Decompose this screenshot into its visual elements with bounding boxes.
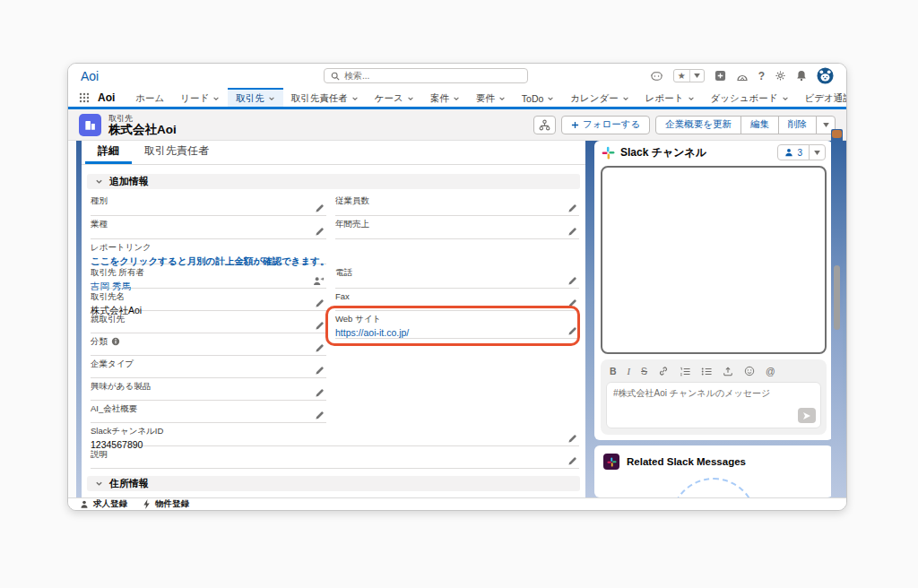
- edit-pencil-icon[interactable]: [567, 326, 577, 336]
- upload-icon[interactable]: [723, 366, 733, 376]
- edit-button[interactable]: 編集: [740, 116, 779, 134]
- person-icon: [784, 148, 793, 157]
- edit-pencil-icon[interactable]: [567, 456, 577, 466]
- edit-pencil-icon[interactable]: [315, 388, 325, 398]
- search-icon: [331, 72, 340, 81]
- hierarchy-button[interactable]: [533, 116, 556, 134]
- members-dropdown-button[interactable]: [809, 144, 826, 160]
- setup-gear-icon[interactable]: [775, 70, 786, 82]
- edit-pencil-icon[interactable]: [567, 276, 577, 286]
- utility-bar: 求人登録 物件登録: [68, 497, 846, 510]
- strikethrough-icon[interactable]: S: [641, 366, 647, 376]
- field-owner: 取引先 所有者 吉岡 秀馬: [91, 264, 326, 289]
- edit-pencil-icon[interactable]: [567, 434, 577, 444]
- app-name: Aoi: [98, 88, 115, 107]
- field-phone: 電話: [335, 264, 579, 289]
- assistant-robot-icon[interactable]: [650, 70, 663, 82]
- chevron-down-icon: [95, 480, 103, 488]
- account-object-icon: [79, 114, 101, 136]
- tab-video-call[interactable]: ビデオ通話: [797, 88, 847, 107]
- section-address-info[interactable]: 住所情報: [87, 476, 580, 491]
- slack-logo-icon: [602, 146, 615, 160]
- edit-pencil-icon[interactable]: [315, 203, 325, 213]
- delete-button[interactable]: 削除: [778, 116, 817, 134]
- utility-job-registration[interactable]: 求人登録: [80, 498, 127, 510]
- utility-property-registration[interactable]: 物件登録: [143, 498, 189, 510]
- tab-calendar[interactable]: カレンダー: [562, 88, 637, 107]
- page-scrollbar-track: [831, 129, 843, 497]
- tab-home[interactable]: ホーム: [127, 88, 172, 107]
- app-window: Aoi ★ ? Aoi ホーム リード 取引先 取引先責任者 ケース 案件 要件…: [67, 63, 847, 511]
- tab-leads[interactable]: リード: [172, 88, 228, 107]
- link-icon[interactable]: [658, 366, 669, 376]
- edit-pencil-icon[interactable]: [315, 411, 325, 420]
- bullet-list-icon[interactable]: [701, 367, 712, 376]
- tab-cases[interactable]: ケース: [367, 88, 422, 107]
- members-button[interactable]: 3: [777, 144, 810, 160]
- field-report-link: レポートリンク ここをクリックすると月別の計上金額が確認できます。: [91, 239, 326, 264]
- nav-bar: Aoi ホーム リード 取引先 取引先責任者 ケース 案件 要件 ToDo カレ…: [68, 88, 846, 109]
- user-avatar[interactable]: [817, 67, 834, 84]
- hierarchy-icon: [539, 119, 550, 131]
- emoji-icon[interactable]: [744, 366, 755, 376]
- field-account-name: 取引先名 株式会社Aoi: [91, 289, 326, 311]
- update-company-summary-button[interactable]: 企業概要を更新: [655, 116, 741, 134]
- edit-pencil-icon[interactable]: [567, 298, 577, 308]
- field-description: 説明: [91, 446, 579, 469]
- global-search[interactable]: [324, 68, 528, 83]
- record-detail-card: 詳細 取引先責任者 追加情報 種別 業種: [82, 141, 585, 497]
- edit-pencil-icon[interactable]: [315, 227, 325, 237]
- field-parent-account: 親取引先: [91, 311, 326, 333]
- change-owner-icon[interactable]: [313, 276, 325, 286]
- slack-message-area[interactable]: [601, 166, 827, 354]
- tab-related-contacts[interactable]: 取引先責任者: [132, 141, 221, 164]
- edit-pencil-icon[interactable]: [567, 203, 577, 213]
- help-icon[interactable]: ?: [758, 70, 765, 82]
- section-additional-info[interactable]: 追加情報: [87, 174, 580, 189]
- send-button[interactable]: [798, 408, 816, 423]
- field-company-type: 企業タイプ: [91, 356, 326, 378]
- object-label: 取引先: [108, 114, 177, 123]
- related-card-header: Related Slack Messages: [594, 445, 833, 470]
- send-icon: [803, 412, 810, 419]
- record-button-group: 企業概要を更新 編集 削除: [655, 116, 836, 134]
- related-slack-messages-card: Related Slack Messages: [594, 445, 833, 497]
- field-category: 分類: [91, 333, 326, 356]
- field-fax: Fax: [335, 289, 579, 311]
- tab-details[interactable]: 詳細: [85, 141, 132, 164]
- edit-pencil-icon[interactable]: [315, 343, 325, 353]
- app-launcher-icon[interactable]: [79, 88, 90, 107]
- slack-column: Slack チャンネル 3 B I S: [594, 141, 833, 440]
- record-name: 株式会社Aoi: [108, 123, 177, 136]
- caret-down-icon: [823, 123, 829, 127]
- slack-composer: B I S @: [601, 359, 827, 435]
- ordered-list-icon[interactable]: [680, 367, 690, 376]
- edit-pencil-icon[interactable]: [315, 321, 325, 331]
- global-actions: ★ ?: [650, 67, 834, 84]
- edit-pencil-icon[interactable]: [315, 298, 325, 308]
- scrollbar-thumb[interactable]: [834, 265, 840, 330]
- edit-pencil-icon[interactable]: [315, 366, 325, 376]
- favorites-button[interactable]: ★: [673, 69, 705, 82]
- website-link[interactable]: https://aoi-it.co.jp/: [335, 327, 425, 338]
- tab-accounts[interactable]: 取引先: [228, 88, 283, 107]
- person-icon: [80, 500, 89, 509]
- tab-todo[interactable]: ToDo: [514, 88, 563, 107]
- notifications-bell-icon[interactable]: [796, 70, 807, 82]
- tab-reports[interactable]: レポート: [637, 88, 703, 107]
- tab-contacts[interactable]: 取引先責任者: [283, 88, 367, 107]
- search-input[interactable]: [344, 71, 521, 81]
- composer-input[interactable]: [613, 387, 814, 423]
- quick-create-plus-icon[interactable]: [714, 70, 726, 82]
- italic-icon[interactable]: I: [628, 367, 631, 376]
- trailhead-icon[interactable]: [736, 71, 749, 82]
- follow-button[interactable]: フォローする: [561, 116, 650, 134]
- tab-dashboards[interactable]: ダッシュボード: [703, 88, 797, 107]
- tab-requirements[interactable]: 要件: [468, 88, 514, 107]
- chevron-down-icon: [694, 74, 700, 78]
- bold-icon[interactable]: B: [610, 366, 617, 376]
- tab-opportunities[interactable]: 案件: [422, 88, 468, 107]
- edit-pencil-icon[interactable]: [567, 227, 577, 237]
- mention-icon[interactable]: @: [766, 366, 775, 376]
- record-actions: フォローする 企業概要を更新 編集 削除: [533, 116, 836, 134]
